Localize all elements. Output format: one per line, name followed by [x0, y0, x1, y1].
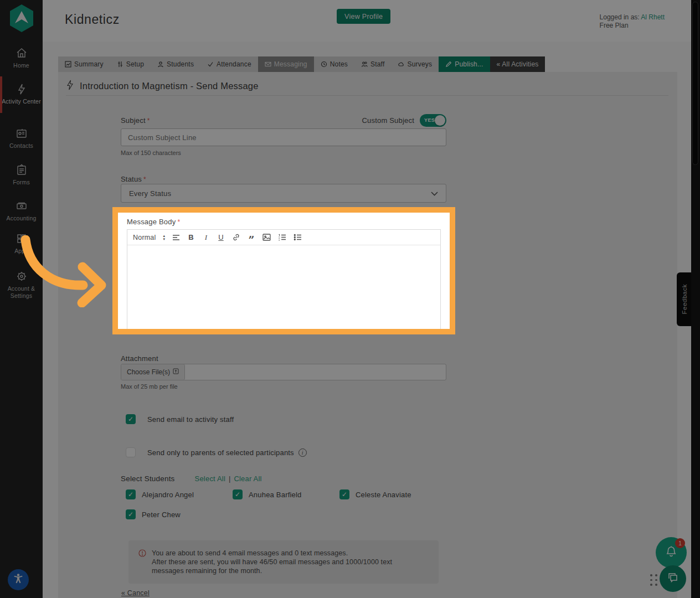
view-profile-button[interactable]: View Profile: [337, 9, 390, 24]
sliders-icon: [117, 61, 123, 68]
tab-messaging[interactable]: Messaging: [258, 56, 314, 72]
student-item: ✓ Peter Chew: [126, 509, 233, 519]
activity-tabbar: Summary Setup Students Attendance Messag…: [58, 56, 545, 72]
cancel-link[interactable]: « Cancel: [121, 589, 150, 597]
custom-subject-toggle[interactable]: YES: [420, 114, 446, 127]
student-checkbox[interactable]: ✓: [126, 509, 136, 519]
link-icon[interactable]: [232, 233, 240, 243]
id-card-icon: [16, 127, 28, 140]
app-logo-icon[interactable]: [8, 4, 35, 33]
tab-publish[interactable]: Publish...: [439, 56, 490, 72]
check-icon: [207, 61, 214, 68]
editor-content[interactable]: [127, 245, 440, 324]
sidebar-item-activity-center[interactable]: Activity Center: [0, 83, 43, 105]
editor-toolbar: Normal ▴▾ B I U ”: [127, 230, 440, 245]
people-icon: [361, 61, 368, 68]
tab-setup[interactable]: Setup: [110, 56, 151, 72]
student-checkbox[interactable]: ✓: [126, 489, 136, 499]
clear-all-link[interactable]: Clear All: [234, 475, 261, 483]
chat-button[interactable]: [660, 565, 686, 592]
italic-button[interactable]: I: [202, 233, 210, 243]
sidebar-item-accounting[interactable]: Accounting: [0, 200, 43, 222]
bullet-list-icon[interactable]: [294, 233, 302, 243]
student-name: Anuhea Barfield: [249, 491, 302, 499]
info-icon[interactable]: i: [298, 448, 307, 457]
subject-input[interactable]: [121, 128, 446, 146]
activity-title-row: Introduction to Magnetism - Send Message: [66, 80, 259, 92]
required-asterisk: *: [177, 218, 180, 226]
format-sort-icon[interactable]: ▴▾: [163, 234, 165, 241]
widget-drag-handle[interactable]: [650, 574, 657, 586]
send-parents-row: Send only to parents of selected partici…: [126, 447, 307, 457]
student-checkbox[interactable]: ✓: [233, 489, 243, 499]
tab-label: « All Activities: [497, 60, 539, 68]
status-select[interactable]: Every Status: [121, 184, 446, 203]
pencil-icon: [445, 61, 452, 68]
content-card: Introduction to Magnetism - Send Message…: [58, 72, 677, 598]
ordered-list-icon[interactable]: [278, 233, 286, 243]
student-name: Celeste Anaviate: [356, 491, 411, 499]
student-name: Alejandro Angel: [142, 491, 194, 499]
banknote-icon: [16, 200, 28, 212]
student-item: ✓ Celeste Anaviate: [339, 489, 446, 499]
sidebar-item-forms[interactable]: Forms: [0, 164, 43, 186]
send-staff-checkbox[interactable]: ✓: [126, 414, 136, 424]
tab-summary[interactable]: Summary: [58, 56, 110, 72]
bell-icon: [665, 545, 678, 560]
select-all-link[interactable]: Select All: [195, 475, 225, 483]
tab-label: Staff: [370, 60, 384, 68]
send-parents-label: Send only to parents of selected partici…: [147, 448, 294, 457]
toggle-on-label: YES: [424, 117, 435, 123]
format-select[interactable]: Normal: [133, 234, 156, 241]
user-name-link[interactable]: Al Rhett: [641, 13, 665, 21]
tab-staff[interactable]: Staff: [354, 56, 391, 72]
send-staff-label: Send email to activity staff: [147, 415, 234, 424]
plan-label: Free Plan: [600, 22, 665, 30]
student-name: Peter Chew: [142, 511, 181, 519]
select-students-label: Select Students: [121, 475, 175, 483]
tab-attendance[interactable]: Attendance: [200, 56, 258, 72]
choose-files-button[interactable]: Choose File(s): [121, 364, 185, 380]
header: Kidneticz View Profile Logged in as: Al …: [43, 0, 691, 42]
tab-label: Notes: [330, 60, 348, 68]
blockquote-icon[interactable]: ”: [248, 235, 255, 245]
sidebar-item-label: Contacts: [0, 142, 43, 150]
tab-surveys[interactable]: Surveys: [391, 56, 439, 72]
sidebar-item-label: Activity Center: [0, 98, 43, 105]
cloud-icon: [398, 61, 404, 68]
bolt-icon: [66, 80, 74, 92]
send-parents-checkbox[interactable]: [126, 447, 136, 457]
bold-button[interactable]: B: [187, 233, 195, 243]
page-scrollbar[interactable]: [691, 0, 700, 598]
students-grid: ✓ Alejandro Angel ✓ Anuhea Barfield ✓ Ce…: [126, 489, 446, 519]
student-checkbox[interactable]: ✓: [339, 489, 349, 499]
tab-notes[interactable]: Notes: [314, 56, 354, 72]
chart-icon: [65, 61, 71, 68]
send-staff-row: ✓ Send email to activity staff: [126, 414, 234, 424]
status-label: Status: [121, 175, 142, 183]
rich-text-editor[interactable]: Normal ▴▾ B I U ”: [127, 229, 441, 334]
page-title: Kidneticz: [65, 12, 120, 27]
feedback-tab[interactable]: Feedback: [677, 272, 692, 326]
sidebar-item-contacts[interactable]: Contacts: [0, 127, 43, 150]
chat-icon: [666, 571, 680, 586]
attachment-label: Attachment: [121, 354, 158, 363]
tab-all-activities[interactable]: « All Activities: [490, 56, 545, 72]
tab-label: Publish...: [455, 60, 483, 68]
image-icon[interactable]: [262, 233, 271, 243]
message-body-label: Message Body*: [127, 218, 180, 226]
align-icon[interactable]: [172, 233, 180, 243]
status-label-row: Status*: [121, 174, 146, 184]
choose-files-label: Choose File(s): [127, 368, 170, 376]
required-asterisk: *: [143, 176, 146, 183]
tab-label: Surveys: [407, 60, 432, 68]
logged-in-label: Logged in as:: [600, 13, 640, 21]
attachment-input[interactable]: Choose File(s): [121, 364, 446, 380]
accessibility-button[interactable]: [8, 569, 29, 590]
sidebar-item-home[interactable]: Home: [0, 47, 43, 69]
warning-icon: [138, 549, 146, 575]
tab-students[interactable]: Students: [151, 56, 200, 72]
subject-help: Max of 150 characters: [121, 150, 181, 156]
underline-button[interactable]: U: [217, 233, 225, 243]
scrollbar-thumb[interactable]: [692, 2, 698, 165]
